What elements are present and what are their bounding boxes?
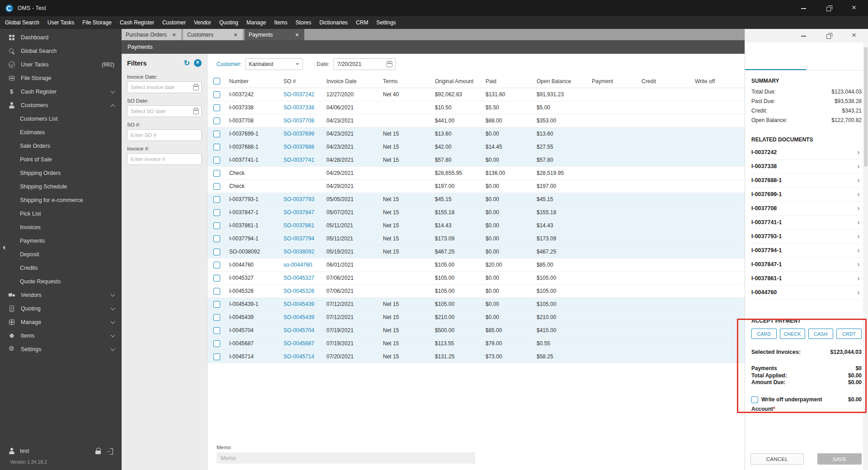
table-row[interactable]: I-0037847-1 SO-0037847 05/07/2021 Net 15… [208, 206, 745, 219]
close-icon[interactable] [851, 32, 858, 39]
menu-item[interactable]: Stores [292, 16, 316, 29]
cell-so-link[interactable]: SO-0037699 [280, 131, 323, 137]
row-checkbox[interactable] [213, 249, 220, 255]
minimize-icon[interactable] [800, 32, 807, 39]
panel-scrollbar[interactable] [863, 42, 868, 470]
table-row[interactable]: SO-0038092 SO-0038092 05/19/2021 Net 15 … [208, 245, 745, 258]
sidebar-item[interactable]: User Tasks (992) [0, 58, 122, 71]
clear-filters-icon[interactable] [194, 59, 202, 67]
sidebar-item[interactable]: Quoting [0, 302, 122, 315]
row-checkbox[interactable] [213, 170, 220, 177]
cell-so-link[interactable]: SO-0037794 [280, 235, 323, 242]
row-checkbox[interactable] [213, 288, 220, 295]
sidebar-item[interactable]: Point of Sale [0, 153, 122, 166]
row-checkbox[interactable] [213, 262, 220, 268]
table-row[interactable]: I-0045704 SO-0045704 07/19/2021 Net 15 $… [208, 324, 745, 337]
calendar-icon[interactable] [193, 85, 199, 90]
sidebar-item[interactable]: Cash Register [0, 85, 122, 99]
table-row[interactable]: I-0037688-1 SO-0037688 04/23/2021 Net 15… [208, 141, 745, 154]
cancel-button[interactable]: CANCEL [750, 453, 804, 465]
menu-item[interactable]: User Tasks [43, 16, 78, 29]
sidebar-item[interactable]: Deposit [0, 248, 122, 261]
panel-tab[interactable] [807, 58, 868, 70]
row-checkbox[interactable] [213, 275, 220, 282]
refresh-icon[interactable] [184, 60, 190, 67]
sidebar-item[interactable]: File Storage [0, 71, 122, 85]
row-checkbox[interactable] [213, 131, 220, 137]
related-document-item[interactable]: I-0037861-1 [751, 272, 862, 286]
table-row[interactable]: I-0045714 SO-0045714 07/20/2021 Net 15 $… [208, 350, 745, 363]
related-document-item[interactable]: I-0037794-1 [751, 244, 862, 258]
row-checkbox[interactable] [213, 314, 220, 321]
cell-so-link[interactable]: SO-0037861 [280, 222, 323, 229]
row-checkbox[interactable] [213, 183, 220, 190]
table-row[interactable]: I-0037794-1 SO-0037794 05/11/2021 Net 15… [208, 232, 745, 245]
sidebar-item[interactable]: Shipping Schedule [0, 180, 122, 193]
menu-item[interactable]: Settings [372, 16, 400, 29]
sidebar-item[interactable]: Settings [0, 343, 122, 356]
save-button[interactable]: SAVE [817, 453, 862, 465]
menu-item[interactable]: File Storage [78, 16, 116, 29]
sidebar-item[interactable]: Credits [0, 261, 122, 275]
row-checkbox[interactable] [213, 327, 220, 334]
writeoff-checkbox[interactable] [751, 396, 758, 403]
memo-input[interactable] [217, 452, 475, 464]
cell-so-link[interactable]: SO-0045714 [280, 353, 323, 360]
scrollbar-thumb[interactable] [864, 47, 868, 167]
filter-input[interactable] [127, 129, 202, 141]
sidebar-item[interactable]: Pick List [0, 207, 122, 221]
select-all-checkbox[interactable] [213, 78, 220, 85]
cell-so-link[interactable]: SO-0045439 [280, 314, 323, 320]
row-checkbox[interactable] [213, 301, 220, 308]
menu-item[interactable]: Cash Register [116, 16, 158, 29]
table-row[interactable]: I-0045439 SO-0045439 07/12/2021 Net 15 $… [208, 311, 745, 324]
menu-item[interactable]: Global Search [1, 16, 43, 29]
payment-method-button[interactable]: CARD [751, 329, 777, 339]
calendar-icon[interactable] [193, 108, 199, 114]
table-row[interactable]: I-0037699-1 SO-0037699 04/23/2021 Net 15… [208, 127, 745, 141]
cell-so-link[interactable]: SO-0037793 [280, 196, 323, 202]
sidebar-item[interactable]: Dashboard [0, 31, 122, 44]
sidebar-item[interactable]: Shipping Orders [0, 166, 122, 180]
cell-so-link[interactable]: SO-0045326 [280, 288, 323, 294]
close-icon[interactable] [851, 5, 858, 12]
sidebar-item[interactable]: Shipping for e-commerce [0, 193, 122, 207]
customer-dropdown[interactable]: Karinatest [245, 58, 303, 70]
table-row[interactable]: Check 04/29/2021 $28,655.95 $136.00 $28,… [208, 167, 745, 180]
cell-so-link[interactable]: SO-0045704 [280, 327, 323, 334]
filter-input[interactable] [127, 105, 202, 117]
table-row[interactable]: I-0045439-1 SO-0045439 07/12/2021 Net 15… [208, 298, 745, 311]
related-document-item[interactable]: I-0037708 [751, 202, 862, 216]
menu-item[interactable]: Vendor [190, 16, 215, 29]
cell-so-link[interactable]: SO-0045327 [280, 275, 323, 281]
related-document-item[interactable]: I-0037699-1 [751, 188, 862, 202]
sidebar-item[interactable]: Customers [0, 99, 122, 112]
row-checkbox[interactable] [213, 340, 220, 347]
menu-item[interactable]: Quoting [215, 16, 242, 29]
sidebar-item[interactable]: Global Search [0, 44, 122, 58]
table-row[interactable]: I-0037338 SO-0037338 04/06/2021 $10.50 $… [208, 101, 745, 114]
payment-method-button[interactable]: CRDT [836, 329, 862, 339]
related-document-item[interactable]: I-0037793-1 [751, 230, 862, 244]
table-row[interactable]: I-0037708 SO-0037708 04/23/2021 $441.00 … [208, 114, 745, 127]
payment-method-button[interactable]: CASH [808, 329, 834, 339]
restore-icon[interactable] [826, 32, 833, 39]
cell-so-link[interactable]: SO-0045439 [280, 301, 323, 307]
document-tab[interactable]: Customers [183, 29, 243, 40]
cell-so-link[interactable]: SO-0045687 [280, 340, 323, 347]
table-row[interactable]: I-0037793-1 SO-0037793 05/05/2021 Net 15… [208, 193, 745, 206]
sidebar-item[interactable]: Items [0, 329, 122, 343]
menu-item[interactable]: Items [270, 16, 291, 29]
row-checkbox[interactable] [213, 353, 220, 360]
payment-method-button[interactable]: CHECK [780, 329, 805, 339]
row-checkbox[interactable] [213, 196, 220, 203]
row-checkbox[interactable] [213, 144, 220, 150]
row-checkbox[interactable] [213, 104, 220, 111]
row-checkbox[interactable] [213, 118, 220, 124]
panel-tab[interactable] [745, 58, 807, 70]
tab-close-icon[interactable] [295, 32, 300, 38]
sidebar-item[interactable]: Invoices [0, 221, 122, 234]
table-row[interactable]: I-0045687 SO-0045687 07/19/2021 Net 15 $… [208, 337, 745, 350]
sidebar-collapse-icon[interactable] [0, 245, 5, 250]
related-document-item[interactable]: I-0037741-1 [751, 216, 862, 230]
